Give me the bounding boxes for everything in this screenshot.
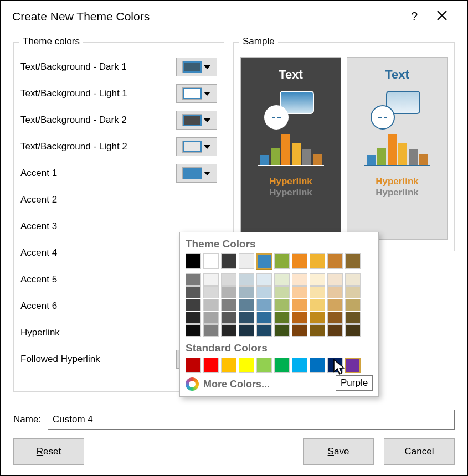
theme-row-label: Accent 1 [20, 168, 176, 179]
standard-color-swatch[interactable] [274, 358, 290, 373]
sample-followed-dark: Hyperlink [269, 187, 312, 198]
color-dropdown[interactable] [176, 164, 217, 183]
tint-swatch[interactable] [292, 273, 307, 286]
color-picker-popup: Theme Colors Standard Colors More Colors… [179, 232, 379, 397]
standard-color-swatch[interactable] [239, 358, 254, 373]
tint-swatch[interactable] [327, 273, 343, 286]
theme-color-swatch[interactable] [310, 253, 325, 269]
tint-swatch[interactable] [292, 312, 307, 324]
standard-color-swatch[interactable] [221, 358, 236, 373]
tint-swatch[interactable] [274, 286, 290, 298]
theme-color-swatch[interactable] [274, 253, 290, 269]
color-swatch [183, 115, 202, 126]
picker-standard-title: Standard Colors [186, 342, 373, 354]
standard-color-swatch[interactable] [256, 358, 272, 373]
tint-swatch[interactable] [239, 324, 254, 337]
chart-bar [292, 143, 301, 165]
cursor-icon [333, 359, 346, 376]
tint-swatch[interactable] [203, 299, 219, 311]
tint-swatch[interactable] [292, 299, 307, 311]
tint-swatch[interactable] [221, 299, 236, 311]
chart-bar [377, 148, 386, 165]
cancel-button[interactable]: Cancel [384, 438, 455, 465]
color-dropdown[interactable] [176, 58, 217, 76]
theme-row-label: Text/Background - Dark 2 [20, 115, 176, 126]
tint-swatch[interactable] [221, 273, 236, 286]
tint-swatch[interactable] [256, 286, 272, 298]
theme-color-swatch[interactable] [327, 253, 343, 269]
picker-theme-title: Theme Colors [186, 238, 373, 250]
standard-color-swatch[interactable] [203, 358, 219, 373]
tint-swatch[interactable] [221, 324, 236, 337]
tint-swatch[interactable] [274, 312, 290, 324]
standard-color-swatch[interactable] [292, 358, 307, 373]
tint-swatch[interactable] [239, 299, 254, 311]
standard-color-swatch[interactable] [186, 358, 201, 373]
save-button[interactable]: Save [303, 438, 374, 465]
tint-swatch[interactable] [310, 324, 325, 337]
chevron-down-icon [204, 145, 210, 149]
tint-swatch[interactable] [327, 312, 343, 324]
tint-swatch[interactable] [203, 324, 219, 337]
tint-swatch[interactable] [327, 299, 343, 311]
tint-swatch[interactable] [221, 312, 236, 324]
tint-swatch[interactable] [186, 286, 201, 298]
theme-color-swatch[interactable] [221, 253, 236, 269]
tint-swatch[interactable] [327, 324, 343, 337]
tint-swatch[interactable] [203, 273, 219, 286]
theme-color-swatch[interactable] [345, 253, 361, 269]
tint-swatch[interactable] [221, 286, 236, 298]
color-dropdown[interactable] [176, 137, 217, 156]
tint-swatch[interactable] [203, 312, 219, 324]
tint-swatch[interactable] [186, 312, 201, 324]
tint-swatch[interactable] [292, 286, 307, 298]
reset-button[interactable]: Reset [13, 438, 84, 465]
tint-swatch[interactable] [239, 273, 254, 286]
tint-swatch[interactable] [310, 312, 325, 324]
tint-swatch[interactable] [327, 286, 343, 298]
tint-swatch[interactable] [345, 273, 361, 286]
tint-swatch[interactable] [310, 299, 325, 311]
tint-swatch[interactable] [256, 312, 272, 324]
tint-swatch[interactable] [239, 286, 254, 298]
standard-color-swatch[interactable] [310, 358, 325, 373]
tint-swatch[interactable] [239, 312, 254, 324]
tint-swatch[interactable] [203, 286, 219, 298]
standard-color-swatch[interactable] [345, 358, 361, 373]
dialog: Create New Theme Colors ? Theme colors T… [0, 0, 468, 476]
color-swatch [183, 88, 202, 99]
chevron-down-icon [204, 172, 210, 175]
tint-swatch[interactable] [345, 286, 361, 298]
tint-swatch[interactable] [345, 312, 361, 324]
theme-color-swatch[interactable] [239, 253, 254, 269]
tint-swatch[interactable] [310, 286, 325, 298]
tint-swatch[interactable] [310, 273, 325, 286]
theme-color-swatch[interactable] [256, 253, 272, 269]
group-label-theme: Theme colors [19, 36, 83, 47]
tint-swatch[interactable] [186, 273, 201, 286]
theme-color-swatch[interactable] [186, 253, 201, 269]
sample-shapes-light [369, 89, 425, 127]
tint-swatch[interactable] [345, 324, 361, 337]
tint-swatch[interactable] [256, 324, 272, 337]
tint-swatch[interactable] [274, 299, 290, 311]
color-dropdown[interactable] [176, 84, 217, 103]
theme-color-swatch[interactable] [292, 253, 307, 269]
close-button[interactable] [428, 9, 456, 24]
color-dropdown[interactable] [176, 111, 217, 130]
more-colors-label: More Colors... [203, 379, 270, 390]
theme-row-label: Followed Hyperlink [20, 354, 176, 365]
help-button[interactable]: ? [400, 9, 428, 24]
tint-swatch[interactable] [186, 324, 201, 337]
tint-swatch[interactable] [186, 299, 201, 311]
theme-color-swatch[interactable] [203, 253, 219, 269]
tint-swatch[interactable] [256, 299, 272, 311]
tint-swatch[interactable] [256, 273, 272, 286]
tint-swatch[interactable] [345, 299, 361, 311]
tint-swatch[interactable] [292, 324, 307, 337]
name-input[interactable] [48, 410, 455, 430]
dialog-title: Create New Theme Colors [12, 10, 150, 23]
tint-swatch[interactable] [274, 273, 290, 286]
chart-bar [260, 155, 269, 165]
tint-swatch[interactable] [274, 324, 290, 337]
